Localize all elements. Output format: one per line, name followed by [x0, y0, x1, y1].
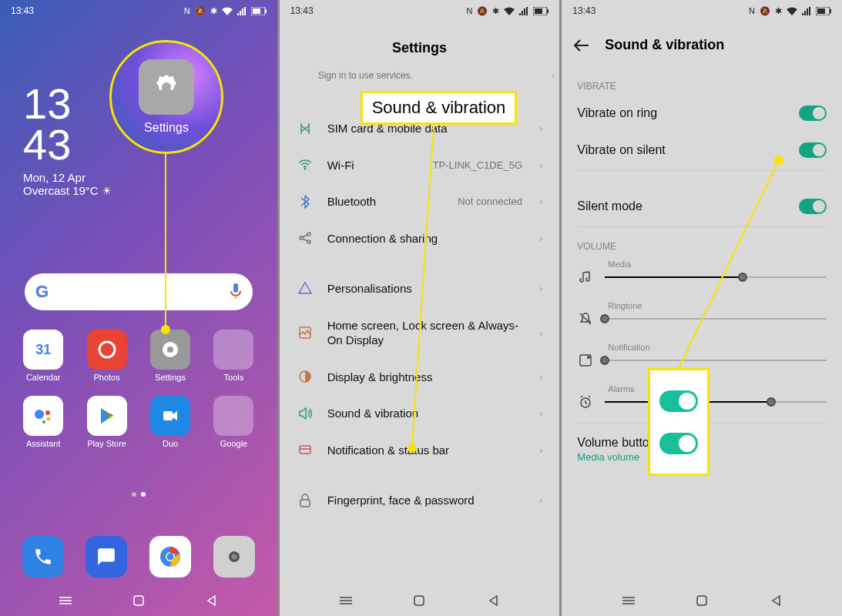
notification-row[interactable]: Notification & status bar ›	[292, 432, 548, 469]
svg-rect-45	[830, 9, 831, 13]
fingerprint-row[interactable]: Fingerprint, face & password ›	[292, 482, 548, 519]
mic-icon[interactable]	[230, 283, 242, 300]
svg-rect-25	[547, 9, 548, 13]
nav-home[interactable]	[412, 594, 426, 608]
nav-home[interactable]	[695, 594, 709, 608]
ringtone-slider-row: Ringtone	[562, 296, 842, 338]
vibrate-silent-row[interactable]: Vibrate on silent	[562, 132, 842, 169]
nav-recents[interactable]	[59, 594, 72, 608]
callout-sound-label: Sound & vibration	[361, 91, 518, 125]
nav-back[interactable]	[204, 594, 218, 608]
chevron-right-icon: ›	[552, 70, 555, 81]
phone-app[interactable]	[22, 536, 64, 578]
svg-rect-36	[300, 500, 310, 507]
nav-bar	[0, 585, 277, 616]
wifi-icon	[787, 7, 797, 15]
chevron-right-icon: ›	[539, 327, 542, 339]
svg-rect-2	[265, 9, 267, 13]
ringtone-slider[interactable]	[605, 318, 827, 320]
svg-rect-24	[535, 8, 542, 14]
lock-icon	[297, 494, 314, 507]
nfc-icon: N	[749, 6, 755, 15]
status-bar: 13:43 N 🔕 ✱	[280, 0, 560, 22]
svg-point-17	[231, 554, 236, 560]
calendar-app[interactable]: 31 Calendar	[15, 330, 71, 382]
sound-row[interactable]: Sound & vibration ›	[292, 395, 548, 432]
callout-toggle-1	[659, 390, 698, 412]
playstore-app[interactable]: Play Store	[79, 396, 134, 448]
status-icons: N 🔕 ✱	[184, 6, 267, 16]
signal-icon	[802, 7, 811, 15]
personalisations-row[interactable]: Personalisations ›	[292, 270, 548, 307]
bell-off-icon	[577, 312, 594, 326]
connection-row[interactable]: Connection & sharing ›	[292, 220, 548, 257]
vibrate-ring-toggle[interactable]	[799, 105, 827, 121]
settings-app[interactable]: Settings	[143, 330, 198, 382]
photos-app[interactable]: Photos	[79, 330, 134, 382]
svg-rect-21	[134, 596, 143, 605]
nav-recents[interactable]	[622, 594, 636, 608]
status-time: 13:43	[11, 5, 34, 16]
search-bar[interactable]: G	[25, 273, 253, 310]
svg-point-27	[300, 236, 303, 239]
speaker-icon	[297, 407, 314, 420]
signal-icon	[519, 7, 528, 15]
tools-folder[interactable]: Tools	[206, 330, 261, 382]
media-slider-row: Media	[562, 255, 842, 296]
page-indicator	[0, 492, 277, 497]
mute-icon: 🔕	[760, 6, 770, 16]
vibrate-silent-toggle[interactable]	[799, 142, 827, 158]
homescreen-row[interactable]: Home screen, Lock screen & Always-On Dis…	[292, 307, 548, 359]
assistant-app[interactable]: Assistant	[15, 396, 71, 448]
svg-rect-52	[697, 596, 706, 605]
palette-icon	[297, 282, 314, 296]
bluetooth-icon	[297, 195, 314, 209]
clock-minutes: 43	[23, 124, 112, 165]
display-row[interactable]: Display & brightness ›	[292, 359, 548, 396]
bluetooth-row[interactable]: Bluetooth Not connected ›	[292, 183, 548, 220]
camera-app[interactable]	[213, 536, 255, 578]
wifi-row[interactable]: Wi-Fi TP-LINK_C1DE_5G ›	[292, 147, 548, 184]
alarms-slider[interactable]	[605, 401, 827, 403]
svg-point-9	[45, 410, 50, 415]
google-folder[interactable]: Google	[206, 396, 261, 448]
chevron-right-icon: ›	[539, 371, 542, 383]
google-icon: G	[35, 282, 49, 302]
svg-rect-12	[163, 411, 173, 420]
chrome-app[interactable]	[149, 536, 191, 578]
notification-slider[interactable]	[605, 360, 827, 361]
share-icon	[297, 231, 314, 245]
svg-point-26	[304, 168, 306, 170]
media-slider[interactable]	[605, 276, 827, 278]
nfc-icon: N	[466, 6, 472, 15]
dock	[0, 536, 277, 578]
back-button[interactable]	[574, 39, 589, 52]
svg-line-31	[303, 239, 307, 241]
sim-icon	[297, 122, 314, 136]
bt-icon: ✱	[492, 6, 499, 16]
alarm-icon	[577, 395, 594, 409]
settings-screen: 13:43 N 🔕 ✱ Settings Sign in to use serv…	[280, 0, 560, 616]
chevron-right-icon: ›	[539, 159, 542, 171]
status-time: 13:43	[290, 5, 314, 16]
wifi-icon	[222, 7, 233, 15]
svg-point-10	[47, 417, 51, 421]
nav-bar	[280, 585, 560, 616]
sound-screen: 13:43 N 🔕 ✱ Sound & vibration VIBRATE Vi…	[562, 0, 842, 616]
clock-weather: Overcast 19°C ☀	[23, 184, 112, 198]
silent-mode-toggle[interactable]	[799, 199, 827, 214]
nav-back[interactable]	[486, 594, 500, 608]
svg-point-8	[35, 410, 44, 419]
nav-home[interactable]	[132, 594, 146, 608]
duo-app[interactable]: Duo	[143, 396, 198, 448]
clock-widget[interactable]: 13 43 Mon, 12 Apr Overcast 19°C ☀	[23, 83, 112, 198]
callout-toggle-2	[659, 433, 698, 454]
nav-back[interactable]	[769, 594, 783, 608]
vibrate-ring-row[interactable]: Vibrate on ring	[562, 95, 842, 132]
nav-bar	[562, 585, 842, 616]
app-grid: 31 Calendar Photos Settings Tools Assist…	[0, 330, 277, 448]
silent-mode-row[interactable]: Silent mode	[562, 188, 842, 225]
messages-app[interactable]	[86, 536, 127, 578]
svg-point-5	[99, 342, 115, 357]
nav-recents[interactable]	[339, 594, 353, 608]
